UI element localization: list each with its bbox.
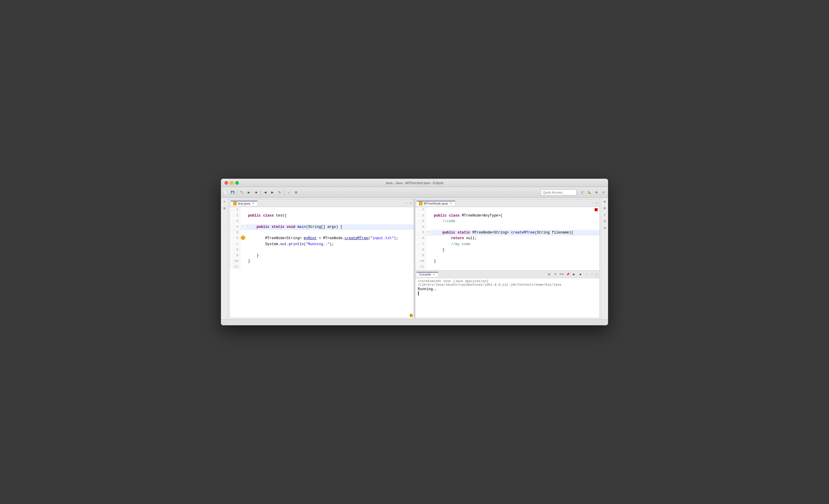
package-explorer-icon[interactable]: ≡ bbox=[222, 199, 227, 204]
fold-icon[interactable]: ⊖ bbox=[242, 224, 244, 228]
console-scroll-lock[interactable]: ⊟ bbox=[546, 272, 552, 277]
console-minimize[interactable]: − bbox=[590, 272, 594, 276]
perspective-btn[interactable]: ⊞ bbox=[293, 189, 299, 196]
table-row: 1 bbox=[416, 207, 600, 213]
minimize-button[interactable] bbox=[230, 181, 233, 185]
title-bar: Java - Java - AEP/src/test.java - Eclips… bbox=[221, 179, 608, 187]
close-button[interactable] bbox=[224, 181, 228, 185]
toolbar-right-icons: J 🐛 ⊕ ≡ bbox=[579, 189, 607, 196]
status-dots: · · · bbox=[223, 321, 227, 324]
table-row: 8 bbox=[229, 247, 413, 253]
console-stop[interactable]: ■ bbox=[578, 272, 583, 277]
outline-icon[interactable]: ⊞ bbox=[602, 199, 608, 204]
console-clear[interactable]: ✕ bbox=[553, 272, 558, 277]
tasks-icon[interactable]: ☰ bbox=[602, 219, 608, 224]
stop-button[interactable]: ■ bbox=[253, 189, 259, 196]
left-code-area[interactable]: 1 2 public class test{ 3 bbox=[229, 207, 413, 318]
error-marker bbox=[594, 208, 598, 211]
right-pane-minimize[interactable]: − bbox=[590, 201, 594, 205]
hierarchy-icon[interactable]: ⊞ bbox=[222, 206, 227, 211]
toolbar-sep-2 bbox=[260, 190, 261, 195]
left-pane-maximize[interactable]: □ bbox=[409, 201, 412, 205]
scroll-indicator bbox=[410, 314, 413, 317]
forward-button[interactable]: ▶ bbox=[269, 189, 276, 196]
console-tab-close[interactable]: ✕ bbox=[432, 273, 436, 277]
mtreenode-close[interactable]: ✕ bbox=[449, 201, 453, 205]
console-tab[interactable]: Console ✕ bbox=[417, 272, 438, 277]
table-row: 7 System.out.println("Running.."); bbox=[229, 242, 413, 247]
left-tab-bar: J test.java ✕ − □ bbox=[229, 199, 413, 207]
hierarchy-view-icon[interactable]: ⊟ bbox=[602, 225, 608, 230]
table-row: 11 bbox=[229, 264, 413, 270]
save-button[interactable]: 💾 bbox=[229, 189, 236, 196]
right-sidebar: ⊞ @ ≡ ☰ ⊟ bbox=[601, 198, 608, 319]
console-clear-all[interactable]: ✕✕ bbox=[559, 272, 564, 277]
eclipse-window: Java - Java - AEP/src/test.java - Eclips… bbox=[221, 179, 608, 325]
console-controls: ⊟ ✕ ✕✕ 📌 ▶ ■ ⋯ − □ bbox=[546, 272, 598, 277]
fold-icon-right[interactable]: ⊖ bbox=[428, 230, 429, 234]
toolbar-extra-btn[interactable]: ≡ bbox=[600, 189, 607, 196]
perspective-debug-btn[interactable]: 🐛 bbox=[586, 189, 592, 196]
console-tab-bar: Console ✕ ⊟ ✕ ✕✕ 📌 ▶ ■ ⋯ bbox=[416, 271, 600, 278]
console-terminated-line: <terminated> test [Java Application] /Li… bbox=[418, 279, 597, 287]
at-icon[interactable]: @ bbox=[602, 206, 608, 211]
table-row: 3 //code bbox=[416, 219, 600, 224]
console-run[interactable]: ▶ bbox=[571, 272, 577, 277]
right-pane-maximize[interactable]: □ bbox=[594, 201, 598, 205]
right-panel: J MTreeNode.java ✕ − □ bbox=[416, 199, 600, 318]
main-area: ≡ ⊞ J test.java ✕ − □ bbox=[221, 198, 608, 319]
table-row: 4 bbox=[416, 224, 600, 230]
console-pin[interactable]: 📌 bbox=[565, 272, 571, 277]
table-row: 6 return null; bbox=[416, 236, 600, 241]
bottom-bar: · · · bbox=[221, 319, 608, 325]
table-row: 2 public class test{ bbox=[229, 213, 413, 219]
table-row: 9 bbox=[416, 253, 600, 258]
console-more[interactable]: ⋯ bbox=[584, 272, 589, 277]
refresh-button[interactable]: ↻ bbox=[276, 189, 283, 196]
mtreenode-java-icon: J bbox=[419, 202, 423, 205]
mtreenode-tab[interactable]: J MTreeNode.java ✕ bbox=[417, 201, 455, 206]
table-row: 3 bbox=[229, 219, 413, 224]
editor-panes: J test.java ✕ − □ 1 bbox=[229, 199, 600, 318]
right-editor-pane: J MTreeNode.java ✕ − □ bbox=[416, 199, 600, 270]
right-code-area[interactable]: 1 2 public class MTreeNode<AnyType>{ bbox=[416, 207, 600, 270]
table-row: 2 public class MTreeNode<AnyType>{ bbox=[416, 213, 600, 219]
window-title: Java - Java - AEP/src/test.java - Eclips… bbox=[386, 181, 443, 185]
table-row: 1 bbox=[229, 207, 413, 213]
table-row: 8 } bbox=[416, 247, 600, 253]
right-tab-bar: J MTreeNode.java ✕ − □ bbox=[416, 199, 600, 207]
list-icon[interactable]: ≡ bbox=[602, 212, 608, 217]
left-sidebar: ≡ ⊞ bbox=[221, 198, 228, 319]
console-output-area: <terminated> test [Java Application] /Li… bbox=[416, 278, 600, 318]
toolbar-sep-3 bbox=[284, 190, 284, 195]
back-button[interactable]: ◀ bbox=[262, 189, 268, 196]
java-file-icon: J bbox=[233, 202, 237, 205]
right-pane-controls: − □ bbox=[590, 201, 598, 205]
table-row: 11 bbox=[416, 264, 600, 270]
table-row: 6 ! MTreeNode<String> myRoot = MTreeNode… bbox=[229, 236, 413, 241]
toolbar: 📄 💾 🔧 ▶ ■ ◀ ▶ ↻ ⌕ ⊞ J 🐛 ⊕ ≡ bbox=[221, 187, 608, 198]
new-button[interactable]: 📄 bbox=[222, 189, 229, 196]
maximize-button[interactable] bbox=[235, 181, 239, 185]
quick-access-input[interactable] bbox=[541, 189, 576, 195]
table-row: 10 } bbox=[229, 258, 413, 264]
test-java-close[interactable]: ✕ bbox=[251, 201, 255, 205]
console-pane: Console ✕ ⊟ ✕ ✕✕ 📌 ▶ ■ ⋯ bbox=[416, 270, 600, 318]
search-toolbar-btn[interactable]: ⌕ bbox=[286, 189, 292, 196]
left-pane-controls: − □ bbox=[405, 201, 412, 205]
console-maximize[interactable]: □ bbox=[594, 272, 598, 276]
run-button[interactable]: ▶ bbox=[246, 189, 252, 196]
perspective-extra-btn[interactable]: ⊕ bbox=[593, 189, 600, 196]
perspective-java-btn[interactable]: J bbox=[579, 189, 585, 196]
left-editor-pane: J test.java ✕ − □ 1 bbox=[229, 199, 414, 318]
debug-icon[interactable]: 🔧 bbox=[239, 189, 245, 196]
console-cursor bbox=[418, 291, 419, 295]
test-java-tab[interactable]: J test.java ✕ bbox=[231, 201, 258, 206]
left-pane-minimize[interactable]: − bbox=[405, 201, 408, 205]
console-tab-label: Console bbox=[419, 273, 431, 276]
table-row: 4 ⊖ public static void main(String[] arg… bbox=[229, 224, 413, 230]
mtreenode-tab-label: MTreeNode.java bbox=[424, 202, 448, 205]
test-java-tab-label: test.java bbox=[238, 202, 250, 205]
console-output: Running.. bbox=[418, 287, 597, 291]
traffic-lights bbox=[224, 181, 239, 185]
